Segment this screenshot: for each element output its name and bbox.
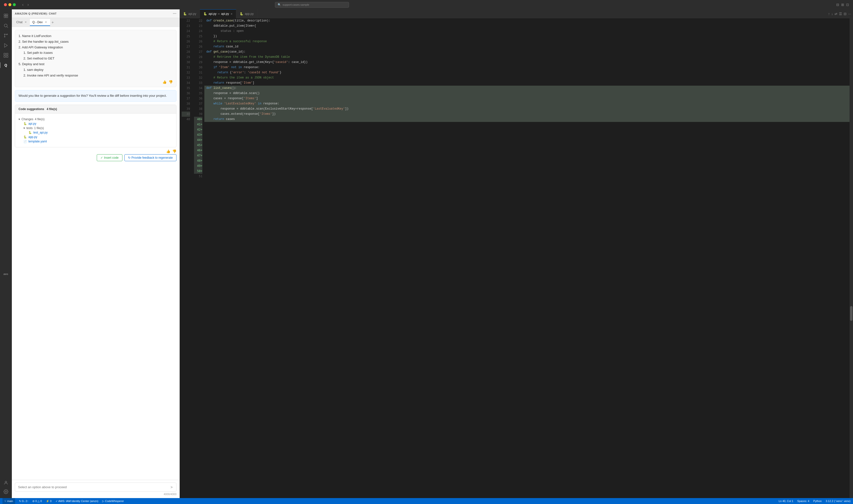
close-button[interactable] — [4, 3, 7, 6]
send-button[interactable]: ➤ — [170, 485, 173, 489]
minimize-button[interactable] — [8, 3, 11, 6]
svg-rect-1 — [6, 14, 8, 16]
editor-content: 2223242526 2728293031 3233343536 373839 … — [180, 18, 853, 498]
status-language[interactable]: Python — [813, 500, 822, 503]
titlebar: ‹ › 🔍 support-cases-sample ⊟ ⊞ ⊡ — [0, 0, 853, 10]
search-text: support-cases-sample — [283, 3, 309, 6]
status-errors[interactable]: ⊘ 0 △ 0 — [32, 500, 42, 503]
diff-split-icon[interactable]: ⊟ — [843, 12, 847, 16]
tab-api-py-left[interactable]: 🐍 api.py — [180, 10, 200, 18]
file-icon: 🐍 — [23, 136, 27, 139]
layout-icon-1[interactable]: ⊟ — [836, 3, 839, 7]
tab-qdev[interactable]: Q - Dev ✕ — [30, 19, 50, 26]
tab-qdev-close[interactable]: ✕ — [44, 20, 48, 24]
user-icon[interactable] — [1, 478, 11, 487]
tab-app-py[interactable]: 🐍 app.py — [236, 10, 257, 18]
thumbs-up-button[interactable]: 👍 — [162, 80, 167, 84]
chat-input-row: ➤ — [15, 483, 177, 492]
chat-input-area: ➤ 4000/4000 — [12, 480, 179, 498]
tab-chat-close[interactable]: ✕ — [24, 20, 28, 24]
status-branch[interactable]: ⑂ main — [2, 498, 15, 504]
thumbs-down-button[interactable]: 👎 — [168, 80, 173, 84]
code-suggestions-label: Code suggestions — [19, 107, 44, 111]
run-icon[interactable] — [1, 41, 11, 50]
file-item-test-api[interactable]: 🐍 test_api.py — [19, 130, 173, 135]
thumbs-down-button-2[interactable]: 👎 — [172, 149, 177, 153]
layout-icon-3[interactable]: ⊡ — [846, 3, 849, 7]
sidebar-header: AMAZON Q (PREVIEW): CHAT ··· — [12, 10, 179, 18]
code-display: def create_case(title, description): ddb… — [204, 18, 850, 498]
extensions-icon[interactable] — [1, 51, 11, 60]
more-icon[interactable]: ··· — [848, 12, 851, 16]
diff-up-icon[interactable]: ↑ — [828, 12, 830, 16]
file-item-api[interactable]: 🐍 api.py — [19, 122, 173, 126]
aws-icon[interactable]: aws — [1, 270, 11, 278]
explorer-icon[interactable] — [1, 11, 11, 20]
status-spaces[interactable]: Spaces: 4 — [797, 500, 809, 503]
code-line: def create_case(title, description): — [204, 18, 850, 23]
svg-point-8 — [4, 36, 5, 37]
tab-api-diff[interactable]: 🐍 api.py ↔ api.py ✕ — [200, 10, 236, 18]
code-suggestions-container: Code suggestions 4 file(s) ▾ Changes 4 f… — [15, 105, 177, 161]
status-position[interactable]: Ln 40, Col 1 — [779, 500, 793, 503]
aws-label: ✓ AWS: IAM Identity Center (amzn) — [56, 500, 98, 503]
amazonq-icon[interactable]: Q — [1, 61, 11, 70]
char-count: 4000/4000 — [15, 493, 177, 496]
checkmark-icon: ✓ — [101, 156, 103, 159]
tests-group[interactable]: ▾ tests 1 file(s) — [19, 126, 173, 130]
diff-options-icon[interactable]: ☰ — [839, 12, 842, 16]
status-warnings[interactable]: ⚡ 0 — [46, 500, 52, 503]
svg-point-4 — [4, 24, 7, 27]
layout-icon-2[interactable]: ⊞ — [841, 3, 844, 7]
status-aws[interactable]: ✓ AWS: IAM Identity Center (amzn) — [56, 500, 98, 503]
code-line: return case_id — [204, 44, 850, 49]
code-line: def list_cases(): — [204, 86, 850, 91]
search-icon[interactable] — [1, 21, 11, 30]
language-label: Python — [813, 500, 822, 503]
status-sync[interactable]: ↻ 0↓ 2↑ — [19, 500, 29, 503]
code-suggestions-header: Code suggestions 4 file(s) — [15, 105, 176, 113]
tab-close-icon[interactable]: ✕ — [231, 13, 233, 15]
diff-swap-icon[interactable]: ⇄ — [834, 12, 837, 16]
line-numbers-left: 2223242526 2728293031 3233343536 373839 … — [180, 18, 192, 498]
activity-bar: Q aws — [0, 10, 12, 498]
forward-button[interactable]: › — [26, 2, 30, 7]
scrollbar-thumb[interactable] — [850, 306, 853, 321]
search-bar[interactable]: 🔍 support-cases-sample — [275, 2, 349, 8]
diff-down-icon[interactable]: ↓ — [831, 12, 833, 16]
svg-marker-10 — [4, 44, 7, 48]
code-line: # Return the item as a JSON object — [204, 75, 850, 80]
list-item: 1. Name it ListFunction — [19, 34, 173, 39]
scrollbar-track[interactable] — [850, 18, 853, 498]
code-line: }) — [204, 34, 850, 39]
feedback-button[interactable]: ↻ Provide feedback to regenerate — [124, 154, 177, 161]
tests-count: 1 file(s) — [34, 126, 44, 130]
branch-icon: ⑂ — [4, 500, 6, 503]
changes-group-header[interactable]: ▾ Changes 4 file(s) — [19, 117, 173, 122]
changes-label: Changes — [21, 118, 33, 121]
file-item-template[interactable]: 📄 template.yaml — [19, 139, 173, 144]
more-options-icon[interactable]: ··· — [173, 11, 177, 16]
code-line: response = ddbtable.get_item(Key={'casei… — [204, 60, 850, 65]
file-item-app[interactable]: 🐍 app.py — [19, 135, 173, 139]
thumbs-up-button-2[interactable]: 👍 — [166, 149, 170, 153]
list-item: 2. Invoke new API and verify response — [23, 73, 173, 78]
chat-message-2: Would you like to generate a suggestion … — [15, 90, 177, 102]
chat-input[interactable] — [18, 485, 168, 489]
insert-code-button[interactable]: ✓ Insert code — [97, 154, 122, 161]
maximize-button[interactable] — [13, 3, 16, 6]
status-version[interactable]: 3.12.2 (:'venv': venv) — [825, 500, 851, 503]
position-label: Ln 40, Col 1 — [779, 500, 793, 503]
errors-label: ⊘ 0 △ 0 — [32, 500, 42, 503]
version-label: 3.12.2 (:'venv': venv) — [825, 500, 851, 503]
settings-icon[interactable] — [1, 487, 11, 496]
add-tab-button[interactable]: + — [50, 20, 55, 25]
python-icon: 🐍 — [183, 12, 187, 16]
tab-chat[interactable]: Chat ✕ — [14, 19, 30, 26]
back-button[interactable]: ‹ — [21, 2, 25, 7]
branch-name: main — [7, 500, 13, 503]
status-codewhisperer[interactable]: ▷ CodeWhisperer — [102, 500, 124, 503]
code-line: def get_case(case_id): — [204, 49, 850, 55]
code-line: status : open — [204, 29, 850, 34]
source-control-icon[interactable] — [1, 31, 11, 40]
